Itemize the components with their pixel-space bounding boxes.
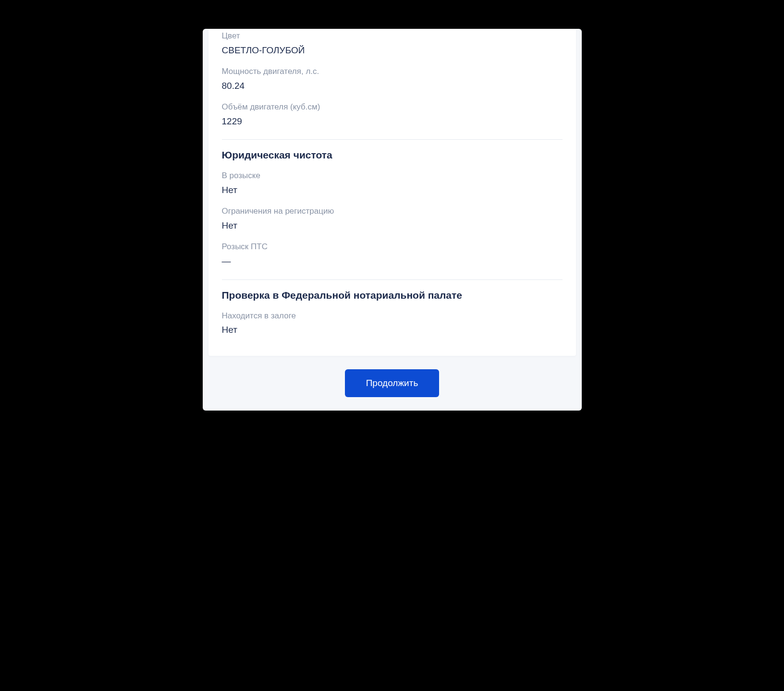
field-pts-search-value: —: [222, 255, 563, 268]
field-pledge-value: Нет: [222, 324, 563, 337]
page-container: Цвет СВЕТЛО-ГОЛУБОЙ Мощность двигателя, …: [203, 29, 582, 411]
continue-button[interactable]: Продолжить: [345, 369, 440, 397]
field-engine-power-label: Мощность двигателя, л.с.: [222, 65, 563, 78]
field-engine-power: Мощность двигателя, л.с. 80.24: [222, 63, 563, 99]
field-restrictions: Ограничения на регистрацию Нет: [222, 203, 563, 239]
field-restrictions-label: Ограничения на регистрацию: [222, 205, 563, 218]
field-color-value: СВЕТЛО-ГОЛУБОЙ: [222, 44, 563, 57]
field-engine-volume: Объём двигателя (куб.см) 1229: [222, 99, 563, 134]
field-engine-volume-label: Объём двигателя (куб.см): [222, 101, 563, 113]
divider: [222, 139, 563, 140]
section-title-legal: Юридическая чистота: [222, 149, 563, 161]
field-wanted-label: В розыске: [222, 170, 563, 182]
field-wanted: В розыске Нет: [222, 169, 563, 203]
field-color: Цвет СВЕТЛО-ГОЛУБОЙ: [222, 29, 563, 63]
field-engine-power-value: 80.24: [222, 80, 563, 93]
info-card: Цвет СВЕТЛО-ГОЛУБОЙ Мощность двигателя, …: [208, 29, 576, 356]
field-pts-search: Розыск ПТС —: [222, 239, 563, 274]
divider: [222, 279, 563, 280]
field-color-label: Цвет: [222, 30, 563, 42]
field-engine-volume-value: 1229: [222, 115, 563, 128]
field-wanted-value: Нет: [222, 184, 563, 197]
field-pledge-label: Находится в залоге: [222, 310, 563, 322]
section-title-notary: Проверка в Федеральной нотариальной пала…: [222, 290, 563, 301]
field-pts-search-label: Розыск ПТС: [222, 241, 563, 253]
actions-bar: Продолжить: [203, 369, 582, 397]
field-pledge: Находится в залоге Нет: [222, 309, 563, 343]
field-restrictions-value: Нет: [222, 219, 563, 232]
